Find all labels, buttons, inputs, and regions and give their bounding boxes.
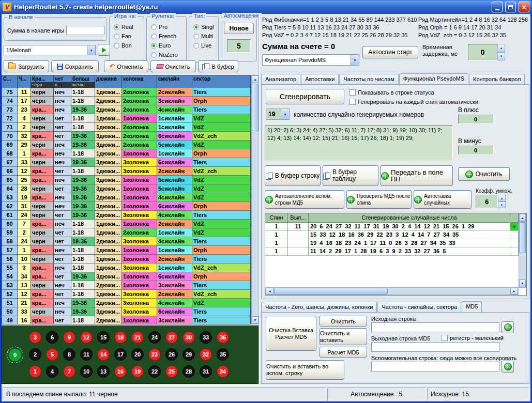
board-number-1[interactable]: 1 bbox=[29, 365, 41, 378]
board-number-21[interactable]: 21 bbox=[131, 331, 144, 344]
check-md5-button[interactable]: Проверить МД5 после спина bbox=[346, 190, 412, 209]
tab-частоты-по-числам[interactable]: Частоты по числам bbox=[339, 74, 398, 85]
board-number-12[interactable]: 12 bbox=[80, 331, 93, 344]
send-to-pn-button[interactable]: Передать в поле ПН bbox=[381, 165, 453, 186]
scroll-track[interactable] bbox=[252, 83, 259, 316]
radio-singl[interactable]: Singl bbox=[193, 24, 217, 30]
autobet-random-button[interactable]: Автоставка случайных bbox=[414, 190, 472, 209]
clear-button[interactable]: Очистить bbox=[150, 60, 196, 72]
board-number-26[interactable]: 26 bbox=[165, 348, 178, 361]
history-row[interactable]: 724чернчет1-181дюжи...1колонка1сиклайнVd… bbox=[2, 114, 251, 123]
radio-dot[interactable] bbox=[193, 34, 199, 39]
generate-each-spin-checkbox[interactable]: Генерировать на каждый спин автоматическ… bbox=[349, 99, 478, 105]
play-button[interactable] bbox=[98, 44, 110, 56]
radio-dot[interactable] bbox=[193, 43, 199, 49]
clear-generated-button[interactable]: Очистить bbox=[458, 167, 510, 181]
scroll-up-icon[interactable] bbox=[252, 75, 259, 83]
board-number-20[interactable]: 20 bbox=[131, 348, 144, 361]
mode-select[interactable]: Функционал PsevdoMS bbox=[262, 54, 359, 66]
buffer-line-button[interactable]: В буфер строку bbox=[265, 165, 321, 186]
board-number-9[interactable]: 9 bbox=[63, 331, 75, 344]
tab-частота-zero-шансы-дюжины-колонки[interactable]: Частота - Zero, шансы, дюжины, колонки bbox=[261, 302, 377, 313]
gen-row[interactable]: 111 14 2 29 17 1 28 19 6 3 9 2 33 32 27 … bbox=[265, 247, 519, 256]
board-number-25[interactable]: 25 bbox=[165, 365, 178, 378]
board-number-0[interactable]: 0 bbox=[8, 348, 22, 362]
board-number-2[interactable]: 2 bbox=[29, 348, 41, 361]
board-number-33[interactable]: 33 bbox=[200, 331, 212, 344]
history-row[interactable]: 681кра...неч1-181дюжи...1колонка1сиклайн… bbox=[2, 149, 251, 158]
board-number-13[interactable]: 13 bbox=[97, 365, 110, 378]
radio-real[interactable]: Real bbox=[114, 24, 143, 30]
output-md5-input[interactable] bbox=[371, 342, 499, 352]
load-button[interactable]: Загрузить bbox=[4, 60, 49, 72]
board-number-31[interactable]: 31 bbox=[200, 365, 212, 378]
history-row[interactable]: 7511черннеч1-181дюжи...2колонка2сиклайнT… bbox=[2, 88, 251, 97]
board-number-4[interactable]: 4 bbox=[46, 365, 58, 378]
history-row[interactable]: 7323кра...неч19-362дюжи...2колонка4сикла… bbox=[2, 105, 251, 114]
board-number-32[interactable]: 32 bbox=[200, 348, 212, 361]
radio-dot[interactable] bbox=[151, 52, 157, 58]
buffer-table-button[interactable]: В буфер таблицу bbox=[323, 165, 378, 186]
generated-table-vscrollbar[interactable] bbox=[519, 213, 526, 288]
board-number-17[interactable]: 17 bbox=[114, 348, 127, 361]
gen-row[interactable]: 115 33 12 18 16 36 29 22 23 3 12 4 14 7 … bbox=[265, 231, 519, 239]
delay-stepper[interactable]: 0 bbox=[468, 44, 505, 60]
tab-контроль-банкрол[interactable]: Контроль банкрол bbox=[469, 74, 525, 85]
history-row[interactable]: 6525кра...неч19-363дюжи...1колонка5сикла… bbox=[2, 176, 251, 184]
preset-select[interactable]: 1Melonati bbox=[4, 45, 96, 55]
board-number-6[interactable]: 6 bbox=[46, 331, 58, 344]
md5-clear-button[interactable]: Очистить bbox=[320, 316, 367, 327]
scroll-thumb[interactable] bbox=[519, 222, 526, 253]
history-row[interactable]: 607кра...неч1-181дюжи...1колонка2сиклайн… bbox=[2, 220, 251, 228]
tab-анализатор[interactable]: Анализатор bbox=[261, 74, 300, 85]
history-row[interactable]: 5212кра...чет1-181дюжи...3колонка2сиклай… bbox=[2, 290, 251, 299]
history-row[interactable]: 7417черннеч1-182дюжи...2колонка3сиклайнO… bbox=[2, 97, 251, 105]
board-number-5[interactable]: 5 bbox=[46, 348, 58, 361]
board-number-16[interactable]: 16 bbox=[114, 365, 127, 378]
board-number-36[interactable]: 36 bbox=[217, 331, 229, 344]
source-globe-button[interactable] bbox=[501, 321, 514, 333]
board-number-8[interactable]: 8 bbox=[63, 348, 75, 361]
board-number-35[interactable]: 35 bbox=[217, 348, 229, 361]
scroll-down-icon[interactable] bbox=[519, 280, 526, 287]
autospin-start-button[interactable]: Автоспин старт bbox=[362, 46, 418, 58]
scroll-down-icon[interactable] bbox=[252, 316, 259, 324]
checkbox-icon[interactable] bbox=[349, 89, 356, 96]
history-row[interactable]: 6319кра...неч19-362дюжи...1колонка4сикла… bbox=[2, 193, 251, 202]
generate-button[interactable]: Сгенерировать bbox=[266, 89, 344, 104]
tab-md5[interactable]: MD5 bbox=[462, 301, 482, 313]
board-number-18[interactable]: 18 bbox=[114, 331, 127, 344]
history-row[interactable]: 712чернчет1-181дюжи...2колонка1сиклайнVd… bbox=[2, 123, 251, 132]
board-number-11[interactable]: 11 bbox=[80, 348, 93, 361]
checkbox-icon[interactable] bbox=[442, 335, 448, 341]
history-row[interactable]: 5434кра...чет19-363дюжи...1колонка6сикла… bbox=[2, 272, 251, 281]
history-row[interactable]: 553кра...неч1-181дюжи...3колонка1сиклайн… bbox=[2, 264, 251, 272]
radio-live[interactable]: Live bbox=[193, 42, 217, 49]
history-row[interactable]: 6124чернчет19-362дюжи...3колонка4сиклайн… bbox=[2, 211, 251, 220]
lowercase-checkbox[interactable]: регистр - маленький bbox=[442, 335, 504, 341]
save-button[interactable]: Сохранить bbox=[51, 60, 99, 72]
show-in-status-checkbox[interactable]: Показывать в строке статуса bbox=[349, 89, 434, 96]
gen-row[interactable]: 119 4 16 18 23 24 1 17 11 0 26 3 28 27 3… bbox=[265, 239, 519, 247]
radio-dot[interactable] bbox=[151, 24, 157, 30]
radio-euro[interactable]: Euro bbox=[151, 42, 185, 49]
spin-up-icon[interactable] bbox=[497, 44, 505, 52]
md5-clear-paste-calc-button[interactable]: Очистка Вставка Расчет MD5 bbox=[266, 317, 316, 351]
history-row[interactable]: 571кра...неч1-181дюжи...1колонка1сиклайн… bbox=[2, 246, 251, 255]
history-row[interactable]: 5121кра...неч19-362дюжи...3колонка4сикла… bbox=[2, 299, 251, 307]
board-number-27[interactable]: 27 bbox=[165, 331, 178, 344]
radio-dot[interactable] bbox=[114, 43, 119, 49]
tab-автоставки[interactable]: Автоставки bbox=[301, 74, 339, 85]
chevron-down-icon[interactable] bbox=[87, 45, 95, 55]
history-row[interactable]: 6428чернчет19-363дюжи...1колонка5сиклайн… bbox=[2, 184, 251, 193]
start-sum-input[interactable] bbox=[66, 26, 104, 35]
history-row[interactable]: 6733черннеч19-363дюжи...3колонка6сиклайн… bbox=[2, 158, 251, 167]
history-row[interactable]: 5610чернчет1-181дюжи...1колонка2сиклайнT… bbox=[2, 255, 251, 264]
scroll-thumb[interactable] bbox=[274, 288, 388, 295]
radio-dot[interactable] bbox=[114, 34, 119, 39]
close-button[interactable] bbox=[519, 2, 529, 12]
title-bar[interactable]: V HelperRoullet 5.7- create helperroulle… bbox=[0, 0, 532, 14]
radio-dot[interactable] bbox=[114, 24, 119, 30]
md5-calc-button[interactable]: Расчет MD5 bbox=[320, 347, 367, 358]
generated-table-hscrollbar[interactable] bbox=[265, 287, 519, 295]
